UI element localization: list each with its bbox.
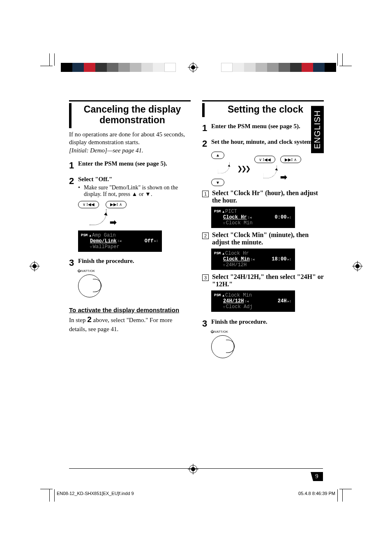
next-track-button-icon: ▶▶I ∧	[106, 201, 127, 208]
arrow-right-icon: ❯❯❯	[237, 165, 249, 173]
prev-track-button-icon: ∨ I◀◀	[254, 156, 275, 163]
next-track-button-icon: ▶▶I ∧	[280, 156, 301, 163]
body-text: In step 2 above, select "Demo." For more…	[69, 314, 191, 333]
page-number: 9	[311, 472, 323, 481]
button-diagram: ∨ I◀◀ ▶▶I ∧ ➡	[78, 200, 191, 227]
section-heading: Canceling the display demonstration	[74, 103, 191, 128]
step-2: 2 Select "Off." • Make sure "Demo/Link" …	[69, 176, 191, 198]
lcd-screen-24h12h: PSMClock Min 24H/12HI◀24H▶I Clock Adj	[211, 290, 295, 312]
registration-mark-icon	[30, 262, 39, 270]
registration-mark-icon	[353, 262, 362, 270]
step-3: 3 Finish the procedure.	[202, 318, 324, 328]
step-1: 1 Enter the PSM menu (see page 5).	[69, 160, 191, 170]
footer-file-ref: EN08-12_KD-SHX851[EX_EU]f.indd 9	[57, 491, 134, 496]
sub-step-3: 3 Select "24H/12H," then select "24H" or…	[202, 273, 324, 288]
crop-mark	[54, 53, 55, 66]
footer-rule	[69, 468, 323, 469]
subheading: To activate the display demonstration	[69, 306, 191, 313]
dial-label: ⏻/I/ATT/OK	[210, 330, 324, 334]
motion-arc-icon	[90, 209, 106, 225]
footer-timestamp: 05.4.8 8:46:39 PM	[298, 491, 335, 496]
up-button-icon: ▲	[211, 152, 224, 159]
step-2: 2 Set the hour, minute, and clock system…	[202, 138, 324, 148]
sub-step-2: 2 Select "Clock Min" (minute), then adju…	[202, 231, 324, 246]
dial-knob-icon	[78, 274, 101, 297]
crop-mark	[49, 489, 50, 502]
intro-text: If no operations are done for about 45 s…	[69, 131, 191, 155]
crop-mark	[339, 489, 352, 489]
crop-mark	[342, 53, 343, 66]
crop-mark	[342, 489, 343, 502]
arrow-right-icon: ➡	[280, 173, 287, 182]
left-column: Canceling the display demonstration If n…	[69, 100, 191, 358]
color-calibration-bar	[61, 63, 176, 72]
registration-mark-icon	[189, 63, 197, 71]
registration-mark-icon	[189, 465, 197, 473]
arrow-right-icon: ➡	[110, 218, 117, 227]
crop-mark	[337, 489, 338, 502]
crop-mark	[49, 53, 50, 66]
color-calibration-bar	[221, 63, 336, 72]
step-3: 3 Finish the procedure.	[69, 258, 191, 267]
dial-label: ⏻/I/ATT/OK	[77, 269, 191, 273]
button-diagram-column: ▲ ▼ ❯❯❯ ∨ I◀◀ ▶▶I ∧ ➡	[211, 151, 324, 186]
crop-mark	[54, 489, 55, 502]
step-1: 1 Enter the PSM menu (see page 5).	[202, 123, 324, 133]
motion-arc-icon	[218, 162, 230, 173]
crop-mark	[337, 53, 338, 66]
down-button-icon: ▼	[211, 179, 224, 186]
lcd-screen-clock-hr: PSMPICT Clock HrI◀0:00▶I Clock Min	[211, 207, 295, 228]
crop-mark	[40, 66, 53, 66]
crop-mark	[339, 66, 352, 66]
crop-mark	[40, 489, 53, 489]
prev-track-button-icon: ∨ I◀◀	[78, 201, 99, 208]
page-content: Canceling the display demonstration If n…	[69, 100, 324, 358]
sub-step-1: 1 Select "Clock Hr" (hour), then adjust …	[202, 189, 324, 204]
right-column: Setting the clock 1 Enter the PSM menu (…	[202, 100, 324, 358]
section-heading: Setting the clock	[207, 103, 324, 117]
lcd-screen-clock-min: PSMClock Hr Clock MinI◀18:00▶I 24H/12H	[211, 249, 295, 270]
motion-arc-icon	[263, 166, 277, 178]
lcd-screen-demo: PSMAmp Gain Demo/LinkI◀Off▶I WallPaper	[78, 230, 162, 252]
dial-knob-icon	[211, 335, 234, 358]
